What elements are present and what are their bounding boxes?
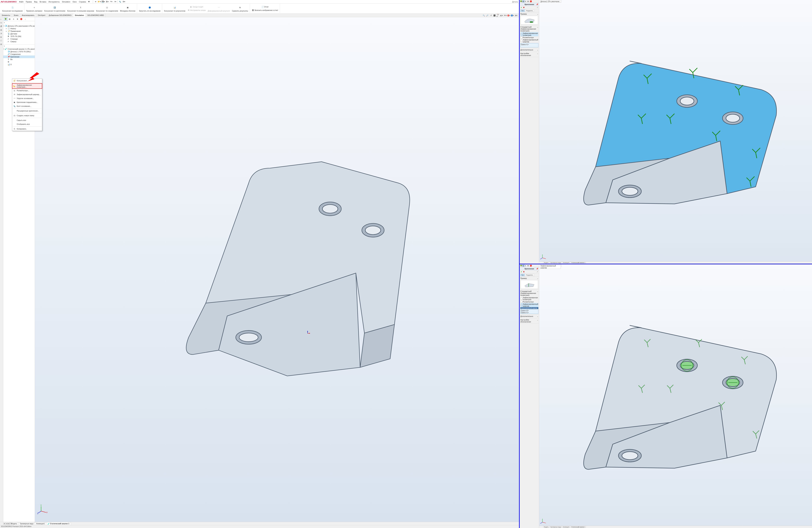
btab-first-icon[interactable]: ⏮ [3, 523, 5, 525]
ctx-fixed-geometry[interactable]: 📐Зафиксированная геометрия... [12, 84, 42, 89]
tab-simulation[interactable]: Simulation [73, 14, 86, 17]
new-icon[interactable]: ▫▾ [94, 0, 97, 3]
undo-icon[interactable]: ↶▾ [109, 0, 113, 3]
pm-tab5-icon[interactable]: 🔴 [530, 0, 532, 2]
pmb-selection-list[interactable]: Грань<2>Грань<1> [520, 309, 538, 314]
rebuild-icon[interactable]: 🔩 [118, 0, 122, 3]
rail-view-palette-icon[interactable]: ▥ [0, 29, 3, 31]
connections-advisor-button[interactable]: ◫Консультант по соединениям [96, 5, 119, 12]
mbt2-study[interactable]: Статический анализ 1 [570, 526, 586, 528]
btab-prev-icon[interactable]: ◀ [5, 523, 8, 525]
menu-tools[interactable]: Инструменты [47, 0, 61, 3]
pm-selection-list[interactable]: Грань<1> [520, 43, 538, 47]
tree-external-loads[interactable]: ↧Вн [3, 58, 35, 61]
mbt2-3dviews[interactable]: Трехмерные виды [549, 526, 562, 528]
mbt-model[interactable]: Модель [543, 262, 549, 263]
pm-ok-icon[interactable]: ✔ [521, 6, 522, 9]
mbt-motion[interactable]: Анимация1 [562, 262, 570, 263]
report-button[interactable]: 📄Отчет [251, 5, 279, 9]
mini-viewport-top[interactable]: Деталь1 (По умолчани... [539, 0, 812, 264]
tree-fixtures[interactable]: 📌Крепления [3, 56, 35, 58]
pmb-opt-hinge[interactable]: Зафиксированный шарнир [520, 303, 538, 307]
crumb-hinge[interactable]: Зафиксированный шарнир [540, 265, 561, 269]
rail-custom-props-icon[interactable]: ⊞ [0, 36, 3, 39]
results-advisor-button[interactable]: 📊Консультант по результатам [163, 5, 186, 12]
pin-icon[interactable]: 📌 [536, 268, 538, 270]
tree-top-plane[interactable]: ▱Сверху [3, 40, 35, 43]
crumb-part[interactable]: Деталь1 (По умолчани... [540, 0, 562, 3]
tree-study[interactable]: ▾🧪Статический анализ 1 (-По умолчанию- [3, 48, 35, 50]
tree-results[interactable]: 📊П [3, 63, 35, 66]
tree-root[interactable]: ▾🧊Деталь1 (По умолчанию<<По умол [3, 25, 35, 27]
tab-analyze[interactable]: Анализировать [20, 14, 36, 17]
tree-study-part[interactable]: 🧊Деталь1 (-7075-T6 (SN)-) [3, 50, 35, 53]
pmb-opt-fixed[interactable]: Зафиксированная геометрия [520, 297, 538, 301]
funnel-icon[interactable]: ▿ [4, 45, 5, 47]
compare-results-button[interactable]: ⧉Сравнить результаты [231, 5, 249, 12]
fm-tab-config-icon[interactable]: ⧈ [12, 17, 15, 21]
pmb-ok-icon[interactable]: ✔ [521, 271, 522, 273]
pmb-pushpin-icon[interactable]: ↗ [537, 271, 538, 273]
tree-front-plane[interactable]: ▱Спереди [3, 37, 35, 40]
fm-tab-property-icon[interactable]: ▤ [8, 17, 11, 21]
pm-tab2-icon[interactable]: ▤ [522, 0, 524, 2]
edit-appearance-icon[interactable]: 🔴▾ [507, 14, 510, 17]
pmb-cancel-icon[interactable]: ✖ [523, 271, 524, 273]
mbt2-motion[interactable]: Анимация1 [562, 526, 570, 528]
apply-material-button[interactable]: ≡Применить материал [26, 5, 43, 12]
tree-result-options[interactable]: ⚙ [3, 61, 35, 63]
zoom-fit-icon[interactable]: 🔍 [482, 14, 485, 17]
zoom-area-icon[interactable]: 🔎 [486, 14, 489, 17]
rail-forum-icon[interactable]: ☐ [0, 40, 3, 42]
include-image-button[interactable]: 🖼Включить изображение в отчет [251, 9, 279, 12]
ctx-bearing-fixture[interactable]: ◉Крепление подшипника... [12, 100, 42, 104]
tab-addins[interactable]: Добавления SOLIDWORKS [47, 14, 73, 17]
ctx-new-folder[interactable]: 🗀Создать новую папку [12, 114, 42, 118]
options-icon[interactable]: ⚙▾ [122, 0, 126, 3]
tab-mbd[interactable]: SOLIDWORKS MBD [86, 14, 106, 17]
hide-show-icon[interactable]: 👁▾ [504, 14, 507, 17]
rail-design-library-icon[interactable]: 🗀 [0, 22, 3, 24]
tree-sensors[interactable]: 📡Датчики [3, 32, 35, 35]
pmb-opt-roller[interactable]: Ролик/ползун [520, 301, 538, 303]
rail-file-explorer-icon[interactable]: 🗐 [0, 25, 3, 28]
tree-annotations[interactable]: ▸📝Примечания [3, 30, 35, 32]
tree-history[interactable]: ▸🕘History [3, 27, 35, 30]
save-icon[interactable]: 💾▾ [102, 0, 105, 3]
graphics-viewport[interactable]: X Y Z [35, 17, 519, 522]
pm-opt-hinge[interactable]: Зафиксированный шарнир [520, 39, 538, 43]
menu-insert[interactable]: Вставка [39, 0, 47, 3]
ctx-elastic-support[interactable]: 〰Упругое основание... [12, 96, 42, 100]
tab-features[interactable]: Элементы [0, 14, 12, 17]
menu-view[interactable]: Вид [33, 0, 38, 3]
pmb-tab1-icon[interactable]: 🌳 [520, 265, 522, 267]
mbt2-model[interactable]: Модель [543, 526, 549, 528]
mbt-study[interactable]: Статический анализ 1 [570, 262, 586, 263]
pm-opt-fixed[interactable]: Зафиксированная геометрия [520, 32, 538, 36]
btab-study[interactable]: 🧪 Статический анализ 1 [46, 522, 71, 525]
ctx-fixed-hinge[interactable]: ⟳Зафиксированный шарнир... [12, 92, 42, 96]
btab-3dviews[interactable]: Трехмерные виды [18, 522, 35, 525]
ctx-roller-slider[interactable]: ◎Ролик/ползун... [12, 89, 42, 92]
pmb-tab4-icon[interactable]: ⊕ [527, 265, 530, 267]
tab-sketch[interactable]: Эскиз [12, 14, 20, 17]
ctx-foundation-bolt[interactable]: 🔩Болт основания... [12, 104, 42, 108]
rail-sim-icon[interactable]: ▤ [0, 43, 3, 46]
mbt-3dviews[interactable]: Трехмерные виды [549, 262, 562, 263]
menu-search-icon[interactable]: ✖ [87, 0, 91, 3]
menu-file[interactable]: Файл [18, 0, 25, 3]
study-advisor-button[interactable]: 🗒️Консультант исследования [2, 5, 23, 12]
view-orient-icon[interactable]: 🎲▾ [497, 14, 499, 17]
pin-icon[interactable]: 📌 [536, 3, 538, 5]
btab-motion[interactable]: Анимация1 [35, 522, 46, 525]
ctx-copy[interactable]: ⎘Копировать [12, 127, 42, 131]
fixtures-advisor-button[interactable]: ⬇️Консультант по креплениям [44, 5, 66, 12]
loads-advisor-button[interactable]: ↧Консультант по внешним нагрузкам [67, 5, 95, 12]
rail-appearances-icon[interactable]: ◔ [0, 32, 3, 35]
fm-tab-dimxpert-icon[interactable]: ⊕ [16, 17, 19, 21]
fm-tab-tree-icon[interactable]: 🌳 [4, 17, 8, 21]
btab-last-icon[interactable]: ⏭ [10, 523, 12, 525]
select-icon[interactable]: ↗▾ [113, 0, 117, 3]
view-settings-icon[interactable]: 🖥▾ [514, 14, 518, 17]
pmb-tab3-icon[interactable]: ⧈ [525, 265, 527, 267]
